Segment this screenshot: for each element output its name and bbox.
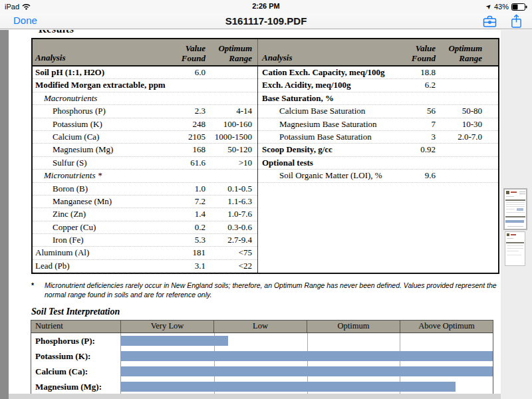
analysis-label: Cation Exch. Capacity, meq/100g [262, 66, 396, 78]
table-row: Calcium Base Saturation5650-80 [258, 105, 498, 118]
zone-header: Above Optimum [400, 321, 493, 332]
table-row: Lead (Pb)3.1<22 [33, 260, 257, 273]
col-analysis-right: Analysis [262, 53, 396, 63]
results-right-column: Cation Exch. Capacity, meq/100g18.8Exch.… [257, 66, 498, 273]
value-found: 61.6 [162, 157, 205, 169]
optimum-range [209, 92, 252, 104]
analysis-label: Macronutrients [35, 92, 162, 104]
analysis-label: Soil Organic Matter (LOI), % [262, 170, 396, 182]
page-thumbnail-1[interactable] [503, 188, 527, 230]
table-row: Base Saturation, % [258, 92, 498, 105]
table-row: Boron (B)1.00.1-0.5 [33, 183, 257, 196]
value-found: 3 [396, 131, 436, 143]
value-found: 168 [162, 144, 205, 156]
nutrient-row: Potassium (K): [31, 348, 493, 364]
value-found: 6.0 [162, 66, 205, 78]
bar-track [121, 364, 493, 379]
nutrient-row: Calcium (Ca): [31, 364, 493, 379]
analysis-label: Aluminum (Al) [35, 247, 162, 259]
nutrient-bar [121, 351, 493, 361]
pdf-page[interactable]: Results Analysis Value Found Optimum Ran… [9, 30, 501, 394]
value-found: 0.2 [162, 221, 205, 233]
optimum-range [440, 157, 482, 169]
col-value-found-right: Value Found [396, 44, 436, 63]
optimum-range: 4-14 [209, 105, 252, 117]
value-found [396, 92, 436, 104]
analysis-label: Exch. Acidity, meq/100g [262, 79, 396, 91]
analysis-label: Manganese (Mn) [35, 196, 162, 207]
value-found: 7.2 [162, 196, 205, 207]
optimum-range: 10-30 [440, 118, 482, 130]
interpretation-body: Phosphorus (P):Potassium (K):Calcium (Ca… [31, 333, 493, 394]
analysis-label: Boron (B) [35, 183, 162, 195]
optimum-range [440, 79, 482, 91]
document-title: S161117-109.PDF [0, 15, 532, 27]
table-row: Exch. Acidity, meq/100g6.2 [258, 79, 498, 92]
analysis-label: Scoop Density, g/cc [262, 144, 396, 156]
interpretation-table: Nutrient Very LowLowOptimumAbove Optimum… [31, 320, 493, 395]
table-row: Magnesium Base Saturation710-30 [258, 118, 498, 131]
nutrient-label: Calcium (Ca): [31, 364, 121, 379]
table-row: Zinc (Zn)1.41.0-7.6 [33, 208, 257, 221]
optimum-range [209, 66, 252, 78]
nav-bar: Done S161117-109.PDF [0, 13, 532, 29]
value-found [396, 157, 436, 169]
optimum-range: <22 [209, 260, 252, 272]
table-row: Manganese (Mn)7.21.1-6.3 [33, 196, 257, 208]
results-left-column: Soil pH (1:1, H2O)6.0Modified Morgan ext… [33, 66, 257, 273]
interpretation-header: Nutrient Very LowLowOptimumAbove Optimum [31, 321, 493, 333]
value-found: 6.2 [396, 79, 436, 91]
table-row: Soil pH (1:1, H2O)6.0 [33, 66, 257, 79]
analysis-label: Micronutrients * [35, 170, 162, 182]
value-found: 181 [162, 247, 205, 259]
page-thumbnail-2[interactable] [505, 231, 525, 266]
table-row: Sulfur (S)61.6>10 [33, 157, 257, 170]
optimum-range: 1000-1500 [209, 131, 252, 143]
nutrient-label: Potassium (K): [31, 348, 121, 364]
analysis-label: Magnesium (Mg) [35, 144, 162, 156]
analysis-label: Copper (Cu) [35, 221, 162, 233]
col-value-found-left: Value Found [162, 44, 205, 63]
value-found: 7 [396, 118, 436, 130]
value-found: 3.1 [162, 260, 205, 272]
value-found: 18.8 [396, 66, 436, 78]
nutrient-bar [121, 382, 456, 392]
clock: 2:26 PM [0, 2, 532, 10]
optimum-range: <75 [209, 247, 252, 259]
table-row: Calcium (Ca)21051000-1500 [33, 131, 257, 144]
ipad-screen: iPad 2:26 PM ➤ 43% Done S161117-109.PDF [0, 0, 532, 399]
optimum-range: 50-80 [440, 105, 482, 117]
analysis-label: Phosphorus (P) [35, 105, 162, 117]
value-found: 1.4 [162, 208, 205, 220]
nutrient-bar [121, 366, 493, 376]
optimum-range: 2.7-9.4 [209, 234, 252, 246]
micronutrient-footnote: * Micronutrient deficiencies rarely occu… [31, 281, 501, 299]
analysis-label: Zinc (Zn) [35, 208, 162, 220]
briefcase-icon[interactable] [481, 14, 498, 29]
page-bottom-gap [9, 394, 532, 399]
optimum-range: 50-120 [209, 144, 252, 156]
value-found [162, 170, 205, 182]
results-table-header: Analysis Value Found Optimum Range Analy… [33, 39, 498, 66]
value-found: 248 [162, 118, 205, 130]
optimum-range: 0.3-0.6 [209, 221, 252, 233]
optimum-range: 1.0-7.6 [209, 208, 252, 220]
share-icon[interactable] [510, 13, 523, 29]
zone-gridline [307, 333, 308, 348]
bar-track [121, 379, 493, 394]
table-row: Magnesium (Mg)16850-120 [33, 144, 257, 156]
table-row: Potassium Base Saturation32.0-7.0 [258, 131, 498, 144]
col-nutrient: Nutrient [31, 321, 121, 332]
value-found: 9.6 [396, 170, 436, 182]
value-found: 0.92 [396, 144, 436, 156]
analysis-label: Magnesium Base Saturation [262, 118, 396, 130]
nutrient-row: Phosphorus (P): [31, 333, 493, 348]
value-found [162, 79, 205, 91]
value-found: 2105 [162, 131, 205, 143]
zone-header: Low [214, 321, 307, 332]
table-row: Copper (Cu)0.20.3-0.6 [33, 221, 257, 234]
analysis-label: Calcium Base Saturation [262, 105, 396, 117]
optimum-range: 2.0-7.0 [440, 131, 482, 143]
optimum-range [209, 170, 252, 182]
analysis-label: Lead (Pb) [35, 260, 162, 272]
